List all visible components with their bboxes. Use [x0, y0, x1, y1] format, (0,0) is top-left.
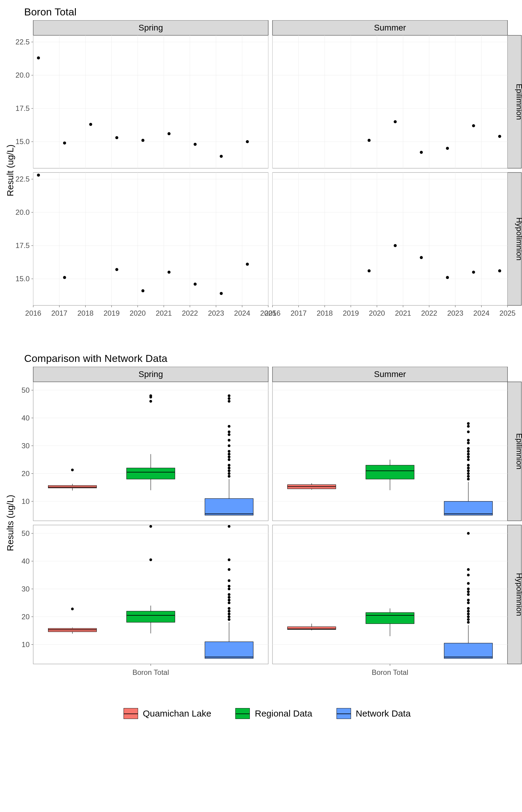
svg-point-111: [246, 263, 249, 266]
svg-point-199: [228, 453, 230, 455]
svg-rect-221: [366, 465, 414, 479]
svg-text:2023: 2023: [447, 309, 463, 317]
svg-text:Results (ug/L): Results (ug/L): [6, 495, 15, 551]
svg-point-267: [71, 608, 74, 610]
svg-point-234: [467, 455, 470, 458]
svg-point-316: [467, 613, 470, 615]
svg-point-201: [228, 444, 230, 447]
svg-point-323: [467, 588, 470, 590]
svg-text:Boron Total: Boron Total: [133, 668, 169, 676]
svg-point-196: [228, 464, 230, 467]
svg-point-278: [228, 618, 230, 621]
svg-point-239: [467, 439, 470, 442]
svg-point-54: [394, 120, 397, 123]
svg-point-291: [228, 559, 230, 561]
svg-point-30: [63, 141, 66, 144]
svg-text:Boron Total: Boron Total: [372, 668, 408, 676]
svg-point-321: [467, 593, 470, 596]
svg-text:30: 30: [21, 585, 29, 593]
svg-point-237: [467, 447, 470, 450]
svg-point-29: [37, 57, 40, 60]
svg-point-106: [115, 268, 118, 271]
svg-point-202: [228, 439, 230, 442]
svg-text:20.0: 20.0: [15, 71, 29, 79]
svg-rect-178: [48, 485, 97, 488]
svg-text:17.5: 17.5: [15, 104, 29, 113]
svg-point-235: [467, 453, 470, 455]
svg-text:2017: 2017: [290, 309, 307, 317]
svg-rect-183: [126, 468, 175, 479]
svg-point-203: [228, 433, 230, 436]
svg-rect-112: [273, 172, 507, 305]
svg-point-319: [467, 602, 470, 604]
svg-text:2021: 2021: [156, 309, 172, 317]
svg-text:20: 20: [21, 469, 29, 478]
svg-point-195: [228, 467, 230, 469]
svg-text:2019: 2019: [343, 309, 359, 317]
svg-point-238: [467, 442, 470, 444]
svg-text:Spring: Spring: [139, 369, 163, 379]
svg-point-236: [467, 450, 470, 453]
svg-point-285: [228, 596, 230, 599]
svg-point-34: [168, 132, 171, 135]
svg-point-240: [467, 430, 470, 433]
svg-point-55: [420, 151, 423, 154]
svg-text:2024: 2024: [474, 309, 489, 317]
svg-text:2024: 2024: [234, 309, 250, 317]
svg-point-33: [141, 139, 144, 142]
svg-text:15.0: 15.0: [15, 138, 29, 146]
svg-text:2021: 2021: [395, 309, 411, 317]
svg-point-149: [420, 256, 423, 259]
svg-point-290: [228, 568, 230, 571]
legend-item-regional: Regional Data: [235, 708, 312, 719]
legend-item-quamichan: Quamichan Lake: [124, 708, 212, 719]
svg-point-180: [71, 469, 74, 471]
svg-text:2022: 2022: [421, 309, 437, 317]
svg-point-152: [498, 269, 501, 272]
svg-text:2016: 2016: [25, 309, 41, 317]
svg-text:20.0: 20.0: [15, 208, 29, 216]
svg-rect-311: [444, 643, 493, 658]
svg-point-272: [149, 559, 152, 561]
svg-rect-61: [33, 172, 268, 305]
svg-text:22.5: 22.5: [15, 38, 29, 46]
svg-rect-190: [205, 499, 253, 515]
svg-text:Summer: Summer: [374, 369, 406, 379]
svg-point-313: [467, 621, 470, 624]
svg-text:17.5: 17.5: [15, 241, 29, 249]
svg-point-286: [228, 593, 230, 596]
svg-point-232: [467, 464, 470, 467]
svg-point-194: [228, 469, 230, 472]
svg-point-148: [394, 244, 397, 247]
svg-text:15.0: 15.0: [15, 275, 29, 283]
svg-point-281: [228, 610, 230, 613]
svg-text:2023: 2023: [208, 309, 224, 317]
svg-point-279: [228, 615, 230, 618]
legend-item-network: Network Data: [337, 708, 411, 719]
svg-point-314: [467, 618, 470, 621]
svg-point-185: [149, 400, 152, 403]
svg-text:40: 40: [21, 557, 29, 565]
svg-text:2017: 2017: [52, 309, 67, 317]
svg-text:10: 10: [21, 497, 29, 505]
scatter-facet-plot: SpringSummerEpilimnion15.017.520.022.5Hy…: [6, 20, 522, 341]
svg-point-229: [467, 472, 470, 475]
svg-point-208: [228, 394, 230, 397]
legend-label: Regional Data: [255, 708, 312, 719]
svg-point-198: [228, 455, 230, 458]
svg-point-233: [467, 458, 470, 461]
svg-point-242: [467, 422, 470, 425]
svg-point-230: [467, 469, 470, 472]
svg-point-283: [228, 602, 230, 604]
svg-point-109: [194, 283, 197, 286]
svg-point-204: [228, 430, 230, 433]
svg-point-280: [228, 613, 230, 615]
svg-text:2025: 2025: [499, 309, 515, 317]
svg-point-192: [228, 475, 230, 478]
svg-text:50: 50: [21, 386, 29, 394]
svg-text:Summer: Summer: [374, 23, 406, 32]
svg-point-292: [228, 525, 230, 528]
svg-text:2018: 2018: [317, 309, 333, 317]
svg-point-147: [368, 269, 371, 272]
svg-text:50: 50: [21, 529, 29, 537]
